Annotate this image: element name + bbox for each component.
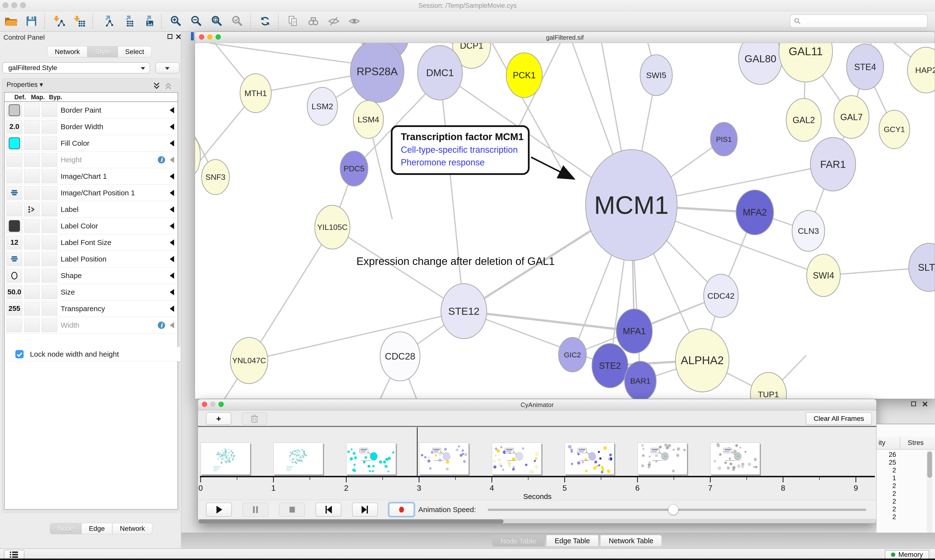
frame-thumbnail-6[interactable] <box>565 443 614 475</box>
property-row-shape[interactable]: Shape <box>5 267 177 284</box>
property-row-fill-color[interactable]: Fill Color <box>5 135 177 152</box>
network-node-MFA1[interactable]: MFA1 <box>616 309 652 353</box>
add-frame-button[interactable]: + <box>206 412 231 425</box>
property-row-label-position[interactable]: Label Position <box>5 251 177 267</box>
network-node-MCM1[interactable]: MCM1 <box>586 149 677 260</box>
expand-row-icon[interactable] <box>170 256 174 262</box>
mapping-cell[interactable] <box>24 285 40 299</box>
bypass-cell[interactable] <box>42 203 57 216</box>
expand-row-icon[interactable] <box>170 123 174 130</box>
annotation-link-1[interactable]: Cell-type-specific transcription <box>401 145 528 155</box>
results-panel-float-icon[interactable] <box>911 402 916 406</box>
expand-all-icon[interactable] <box>152 81 161 91</box>
zoom-selected-button[interactable] <box>228 13 247 29</box>
mapping-cell[interactable] <box>24 302 40 315</box>
expand-row-icon[interactable] <box>170 190 174 196</box>
frame-thumbnail-4[interactable] <box>419 443 469 475</box>
property-row-border-paint[interactable]: Border Paint <box>5 102 177 118</box>
minimize-window-icon[interactable] <box>207 34 213 40</box>
default-value-cell[interactable] <box>6 318 22 332</box>
mapping-cell[interactable] <box>24 169 40 183</box>
import-network-button[interactable] <box>50 13 68 29</box>
default-value-cell[interactable] <box>6 137 22 150</box>
slider-handle[interactable] <box>668 504 678 515</box>
close-panel-icon[interactable] <box>176 34 181 39</box>
default-value-cell[interactable] <box>6 252 22 266</box>
clear-all-frames-button[interactable]: Clear All Frames <box>806 412 872 425</box>
mapping-cell[interactable] <box>24 236 40 249</box>
zoom-window-icon[interactable] <box>216 34 221 40</box>
network-node-EDGENODE[interactable] <box>195 138 201 174</box>
property-row-image-chart-position-1[interactable]: Image/Chart Position 1 <box>5 185 177 201</box>
minimize-window-icon[interactable] <box>11 2 17 8</box>
save-session-button[interactable] <box>22 13 40 29</box>
refresh-button[interactable] <box>256 13 274 29</box>
property-row-label-font-size[interactable]: 12Label Font Size <box>5 234 177 251</box>
expand-row-icon[interactable] <box>170 322 174 328</box>
export-network-button[interactable] <box>98 13 116 29</box>
bypass-cell[interactable] <box>42 302 57 315</box>
float-panel-icon[interactable] <box>168 34 173 39</box>
default-value-cell[interactable] <box>6 203 22 216</box>
default-value-cell[interactable]: 255 <box>6 302 22 315</box>
network-node-GAL2[interactable]: GAL2 <box>786 98 821 142</box>
network-node-YIL105C[interactable]: YIL105C <box>315 205 350 249</box>
record-button[interactable] <box>389 503 414 517</box>
info-icon[interactable]: i <box>157 155 166 164</box>
default-value-cell[interactable]: 50.0 <box>6 285 22 299</box>
panel-resize-grip[interactable] <box>191 32 194 40</box>
tab-edge[interactable]: Edge <box>81 523 112 534</box>
network-node-DMC1[interactable]: DMC1 <box>418 46 462 100</box>
network-node-PCK1[interactable]: PCK1 <box>506 53 542 98</box>
delete-frame-button[interactable] <box>242 412 267 425</box>
mapping-cell[interactable] <box>24 103 40 117</box>
timeline-hscrollbar[interactable] <box>198 519 876 523</box>
expand-row-icon[interactable] <box>170 173 174 180</box>
network-node-STE4[interactable]: STE4 <box>847 44 884 90</box>
expand-row-icon[interactable] <box>170 239 174 246</box>
info-icon[interactable]: i <box>157 321 166 330</box>
zoom-window-icon[interactable] <box>218 402 224 407</box>
frame-thumbnail-8[interactable] <box>710 443 760 475</box>
mapping-cell[interactable] <box>24 203 40 216</box>
default-value-cell[interactable] <box>6 103 22 117</box>
network-node-STE2[interactable]: STE2 <box>592 343 628 388</box>
network-node-SWI5[interactable]: SWI5 <box>640 55 672 95</box>
expand-row-icon[interactable] <box>170 206 174 212</box>
mapping-cell[interactable] <box>24 318 40 332</box>
bypass-cell[interactable] <box>42 252 57 266</box>
tab-network-table[interactable]: Network Table <box>600 535 662 547</box>
animation-speed-slider[interactable] <box>488 509 866 511</box>
default-value-cell[interactable]: 2.0 <box>6 120 22 134</box>
expand-row-icon[interactable] <box>170 272 174 279</box>
default-value-cell[interactable] <box>6 186 22 200</box>
bypass-cell[interactable] <box>42 169 57 183</box>
cyanimator-timeline[interactable]: 0123456789Seconds <box>198 427 876 500</box>
panel-list-button[interactable] <box>4 550 24 560</box>
first-neighbors-button[interactable] <box>304 13 322 29</box>
network-node-LSM2[interactable]: LSM2 <box>307 87 338 125</box>
frame-thumbnail-2[interactable] <box>273 443 323 475</box>
timeline-playhead[interactable] <box>417 428 418 477</box>
expand-row-icon[interactable] <box>170 157 174 163</box>
skip-start-button[interactable] <box>316 503 341 517</box>
cyanimator-titlebar[interactable]: CyAnimator <box>198 399 876 411</box>
tab-node-table[interactable]: Node Table <box>492 535 545 547</box>
network-node-FAR1[interactable]: FAR1 <box>810 137 856 191</box>
export-table-button[interactable] <box>119 13 137 29</box>
show-button[interactable] <box>345 13 363 29</box>
default-value-cell[interactable] <box>6 269 22 282</box>
zoom-in-button[interactable] <box>167 13 185 29</box>
hide-button[interactable] <box>325 13 343 29</box>
close-window-icon[interactable] <box>199 34 204 40</box>
checkbox-checked-icon[interactable] <box>15 349 24 359</box>
network-node-PIS1[interactable]: PIS1 <box>711 122 737 156</box>
property-row-label-color[interactable]: Label Color <box>5 218 177 234</box>
property-row-width[interactable]: Width i <box>5 317 177 334</box>
maximize-window-icon[interactable] <box>20 2 26 8</box>
mapping-cell[interactable] <box>24 219 40 233</box>
network-node-SNF3[interactable]: SNF3 <box>202 160 229 195</box>
network-node-MTH1[interactable]: MTH1 <box>240 74 271 112</box>
style-select[interactable]: galFiltered Style <box>2 62 150 74</box>
annotation-box[interactable]: Transcription factor MCM1 Cell-type-spec… <box>391 125 529 175</box>
